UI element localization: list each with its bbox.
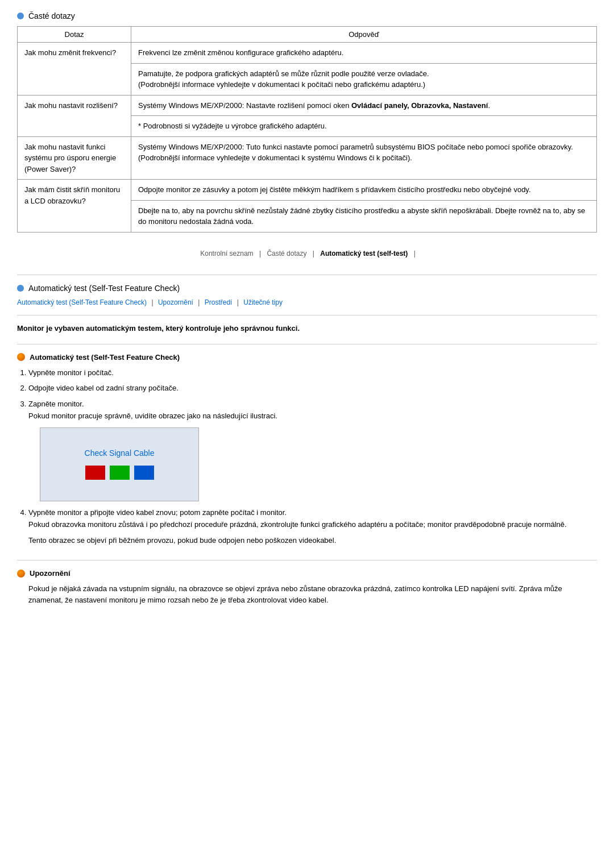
faq-answer-0-1: Pamatujte, že podpora grafických adaptér…: [131, 63, 597, 95]
faq-table: Dotaz Odpověď Jak mohu změnit frekvenci?…: [17, 26, 597, 232]
warning-subsection: Upozornění Pokud je nějaká závada na vst…: [17, 569, 597, 605]
faq-answer-1-1: * Podrobnosti si vyžádejte u výrobce gra…: [131, 116, 597, 137]
section-divider-2: [17, 315, 597, 315]
faq-question-3: Jak mám čistit skříň monitoru a LCD obra…: [18, 180, 131, 232]
faq-answer-1-0: Systémy Windows ME/XP/2000: Nastavte roz…: [131, 95, 597, 116]
faq-question-2: Jak mohu nastavit funkci systému pro úsp…: [18, 136, 131, 180]
nav-item-caste[interactable]: Časté dotazy: [267, 250, 306, 258]
step-4: Vypněte monitor a připojte video kabel z…: [28, 507, 597, 530]
sub-nav-prostredi[interactable]: Prostředí: [205, 298, 233, 306]
steps-list: Vypněte monitor i počítač.Odpojte video …: [28, 367, 597, 530]
blue-dot-self-test-icon: [17, 285, 24, 292]
color-block-2: [134, 466, 154, 480]
nav-bar: Kontrolní seznam | Časté dotazy | Automa…: [17, 250, 597, 258]
step-3: Zapněte monitor.Pokud monitor pracuje sp…: [28, 398, 597, 422]
blue-dot-icon: [17, 13, 24, 19]
section-divider-4: [17, 560, 597, 560]
sub-nav-upozorneni[interactable]: Upozornění: [158, 298, 193, 306]
faq-title: Časté dotazy: [28, 11, 75, 20]
warning-text: Pokud je nějaká závada na vstupním signá…: [28, 583, 597, 605]
self-test-section-header: Automatický test (Self-Test Feature Chec…: [17, 284, 597, 293]
self-test-subsection: Automatický test (Self-Test Feature Chec…: [17, 353, 597, 546]
faq-answer-3-1: Dbejte na to, aby na povrchu skříně nezů…: [131, 200, 597, 232]
nav-item-autotest[interactable]: Automatický test (self-test): [320, 250, 408, 258]
sub-nav: Automatický test (Self-Test Feature Chec…: [17, 298, 597, 306]
warning-title: Upozornění: [30, 569, 70, 578]
self-test-subsection-header: Automatický test (Self-Test Feature Chec…: [17, 353, 597, 362]
section-divider-1: [17, 275, 597, 275]
faq-answer-0-0: Frekvenci lze změnit změnou konfigurace …: [131, 43, 597, 64]
faq-answer-2-0: Systémy Windows ME/XP/2000: Tuto funkci …: [131, 136, 597, 180]
col-header-answer: Odpověď: [131, 27, 597, 43]
sub-nav-tipy[interactable]: Užitečné tipy: [243, 298, 283, 306]
signal-caption: Tento obrazec se objeví při běžném provo…: [28, 535, 597, 546]
color-block-1: [110, 466, 130, 480]
orange-dot-icon: [17, 353, 25, 361]
color-block-0: [85, 466, 105, 480]
warning-subsection-header: Upozornění: [17, 569, 597, 578]
sub-nav-selftest[interactable]: Automatický test (Self-Test Feature Chec…: [17, 298, 147, 306]
bold-description: Monitor je vybaven automatickým testem, …: [17, 324, 597, 333]
orange-dot-warning-icon: [17, 570, 25, 578]
step-2: Odpojte video kabel od zadní strany počí…: [28, 383, 597, 394]
signal-box-title: Check Signal Cable: [85, 448, 155, 458]
step-sub-4: Pokud obrazovka monitoru zůstává i po př…: [28, 519, 597, 530]
col-header-question: Dotaz: [18, 27, 131, 43]
section-divider-3: [17, 344, 597, 344]
faq-answer-3-0: Odpojte monitor ze zásuvky a potom jej č…: [131, 180, 597, 201]
self-test-title: Automatický test (Self-Test Feature Chec…: [28, 284, 180, 293]
faq-question-0: Jak mohu změnit frekvenci?: [18, 43, 131, 95]
nav-item-kontrolni[interactable]: Kontrolní seznam: [200, 250, 253, 258]
self-test-subsection-title: Automatický test (Self-Test Feature Chec…: [30, 353, 180, 362]
faq-section-header: Časté dotazy: [17, 11, 597, 20]
faq-question-1: Jak mohu nastavit rozlišení?: [18, 95, 131, 136]
step-sub-3: Pokud monitor pracuje správně, uvidíte o…: [28, 410, 597, 422]
step-1: Vypněte monitor i počítač.: [28, 367, 597, 379]
signal-box: Check Signal Cable: [40, 427, 199, 501]
